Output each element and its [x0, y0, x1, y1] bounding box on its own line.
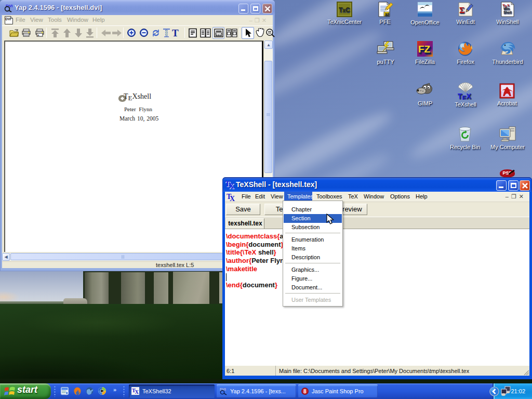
svg-text:X: X	[230, 195, 235, 202]
svg-text:Σ: Σ	[459, 6, 464, 15]
svg-text:Win: Win	[503, 7, 510, 10]
svg-text:FZ: FZ	[418, 44, 431, 55]
svg-text:X: X	[135, 389, 139, 395]
svg-text:X: X	[229, 182, 234, 190]
svg-text:TEX: TEX	[458, 92, 472, 100]
svg-text:Shell: Shell	[503, 10, 512, 14]
svg-text:TxC: TxC	[339, 6, 350, 14]
svg-text:8: 8	[303, 389, 307, 394]
svg-text:32: 32	[385, 12, 389, 16]
svg-text:DVI: DVI	[5, 17, 11, 21]
